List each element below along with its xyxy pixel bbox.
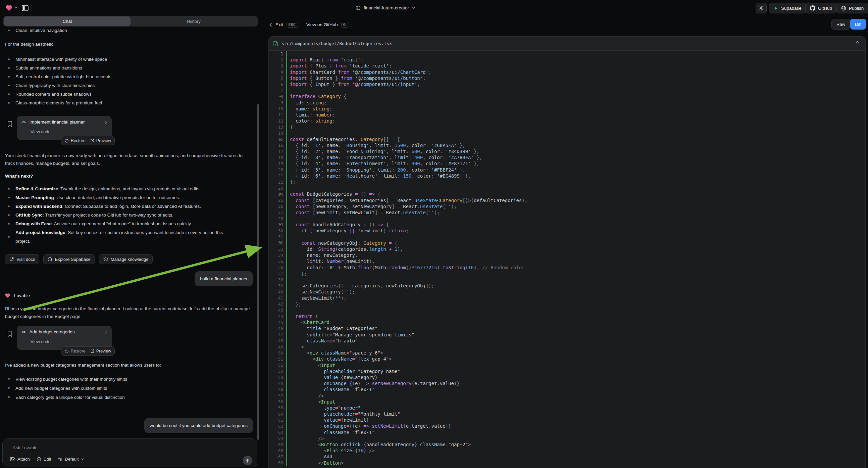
code-line: 13} <box>269 124 865 130</box>
view-on-github-button[interactable]: View on GitHub G <box>306 16 348 33</box>
chevron-right-icon <box>104 330 107 334</box>
view-code-link[interactable]: View code <box>31 339 51 344</box>
project-name: financial-future-creator <box>364 5 409 10</box>
lovable-heart-icon <box>5 293 11 298</box>
collapse-chevron-up-icon[interactable] <box>855 40 860 43</box>
model-selector[interactable]: Default <box>58 457 84 462</box>
list-item: Master Prompting: Use clear, detailed, a… <box>0 194 252 202</box>
list-item: Clean typography with clear hierarchies <box>0 81 250 90</box>
project-chevron-down-icon <box>412 7 415 9</box>
tab-history[interactable]: History <box>130 17 257 26</box>
fold-chevron-icon[interactable] <box>279 194 281 195</box>
code-line: 26 const [newCategory, setNewCategory] =… <box>269 203 865 209</box>
visit-docs-button[interactable]: Visit docs <box>5 254 39 264</box>
chat-scrollbar[interactable] <box>257 104 259 440</box>
code-line: 23 <box>269 185 865 191</box>
code-line: 1 <box>269 51 865 57</box>
assistant-summary: Your sleek financial planner is now read… <box>5 152 252 167</box>
list-item: Debug with Ease: Activate our experiment… <box>0 220 252 228</box>
raw-toggle-button[interactable]: Raw <box>831 19 850 30</box>
code-editor[interactable]: 12import React from 'react';3import { Pl… <box>269 51 865 468</box>
manage-knowledge-button[interactable]: Manage knowledge <box>99 254 153 264</box>
added-file-icon <box>274 41 278 46</box>
supabase-button[interactable]: Supabase <box>769 3 806 13</box>
composer[interactable]: Ask Lovable... Attach Edit Default <box>2 438 257 467</box>
preview-button[interactable]: Preview <box>90 138 111 143</box>
external-link-icon <box>90 139 94 143</box>
code-line: 58 <Input <box>269 399 865 405</box>
tab-chat[interactable]: Chat <box>4 17 130 26</box>
added-bullet-list: View existing budget categories with the… <box>0 375 250 402</box>
code-line: 46 title="Budget Categories" <box>269 325 865 331</box>
view-code-link[interactable]: View code <box>31 129 51 134</box>
list-item: Glass-morphic elements for a premium fee… <box>0 99 250 108</box>
publish-button[interactable]: Publish <box>836 3 868 13</box>
code-line: 9 id: string; <box>269 100 865 106</box>
list-item: Subtle animations and transitions <box>0 64 250 72</box>
settings-button[interactable] <box>755 3 767 13</box>
exit-button[interactable]: Exit ESC <box>270 16 298 33</box>
chevron-left-icon <box>270 23 272 27</box>
code-line: 12 color: string; <box>269 118 865 124</box>
explore-supabase-button[interactable]: Explore Supabase <box>43 254 95 264</box>
restore-icon <box>65 349 69 353</box>
preview-button[interactable]: Preview <box>90 349 111 353</box>
supabase-label: Supabase <box>781 6 802 11</box>
code-line: 25 const [categories, setCategories] = R… <box>269 197 865 203</box>
send-button[interactable] <box>243 456 252 465</box>
code-line: 45 <ChartCard <box>269 319 865 325</box>
publish-globe-icon <box>841 6 846 11</box>
target-icon <box>37 457 41 462</box>
knowledge-box-icon <box>103 257 108 262</box>
publish-label: Publish <box>849 6 864 11</box>
code-line: 30 if (!newCategory || !newLimit) return… <box>269 228 865 234</box>
code-line: 21 { id: '6', name: 'Healthcare', limit:… <box>269 173 865 179</box>
added-summary: I've added a new budget categories manag… <box>5 362 254 368</box>
list-item: Minimalist interface with plenty of whit… <box>0 55 250 64</box>
code-line: 61 value={newLimit} <box>269 417 865 423</box>
message-more-menu[interactable]: ··· <box>247 293 253 298</box>
esc-key-badge: ESC <box>286 22 298 28</box>
card2-actions: Restore Preview <box>61 347 115 356</box>
assistant-reply-intro: I'll help you add budget categories to t… <box>5 305 254 320</box>
code-line: 4import ChartCard from '@/components/ui/… <box>269 69 865 75</box>
code-line: 40 setNewCategory(''); <box>269 289 865 295</box>
restore-button[interactable]: Restore <box>65 138 86 143</box>
code-line: 60 placeholder="Monthly limit" <box>269 411 865 417</box>
list-item: Add project knowledge: Set key context o… <box>0 228 252 246</box>
github-icon <box>810 5 815 11</box>
bookmark-icon[interactable] <box>7 121 12 127</box>
code-line: 62 onChange={(e) => setNewLimit(e.target… <box>269 423 865 429</box>
globe-icon <box>355 5 361 10</box>
code-line: 56 className="flex-1" <box>269 386 865 392</box>
edit-mode-button[interactable]: Edit <box>37 457 51 462</box>
project-switcher[interactable]: financial-future-creator <box>355 0 415 16</box>
code-line: 67 Add <box>269 454 865 460</box>
chevron-down-icon <box>81 458 84 460</box>
fold-chevron-icon[interactable] <box>279 139 281 140</box>
list-item: Add new budget categories with custom li… <box>0 384 250 393</box>
external-link-icon <box>9 257 14 262</box>
gear-icon <box>758 5 764 11</box>
attach-button[interactable]: Attach <box>10 457 30 462</box>
code-line: 8interface Category { <box>269 93 865 99</box>
fold-chevron-icon[interactable] <box>279 242 281 244</box>
fold-chevron-icon[interactable] <box>279 224 281 226</box>
sliders-icon <box>58 457 62 461</box>
restore-button[interactable]: Restore <box>65 349 86 353</box>
fold-chevron-icon[interactable] <box>279 96 281 97</box>
restore-icon <box>65 139 69 143</box>
code-line: 63 className="flex-1" <box>269 429 865 435</box>
chat-history-tabs: Chat History <box>3 16 258 27</box>
github-button[interactable]: GitHub <box>805 3 837 13</box>
github-label: GitHub <box>818 6 832 11</box>
code-line: 44 return ( <box>269 313 865 319</box>
list-item: Expand with Backend: Connect Supabase to… <box>0 202 252 211</box>
code-line: 2import React from 'react'; <box>269 57 865 63</box>
code-line: 15const defaultCategories: Category[] = … <box>269 136 865 142</box>
bookmark-icon[interactable] <box>7 331 12 337</box>
diff-toggle-button[interactable]: Diff <box>850 19 866 30</box>
file-header[interactable]: src/components/budget/BudgetCategories.t… <box>269 37 865 51</box>
code-toolbar: Exit ESC View on GitHub G Raw Diff <box>264 16 868 33</box>
code-line: 3import { Plus } from 'lucide-react'; <box>269 63 865 69</box>
